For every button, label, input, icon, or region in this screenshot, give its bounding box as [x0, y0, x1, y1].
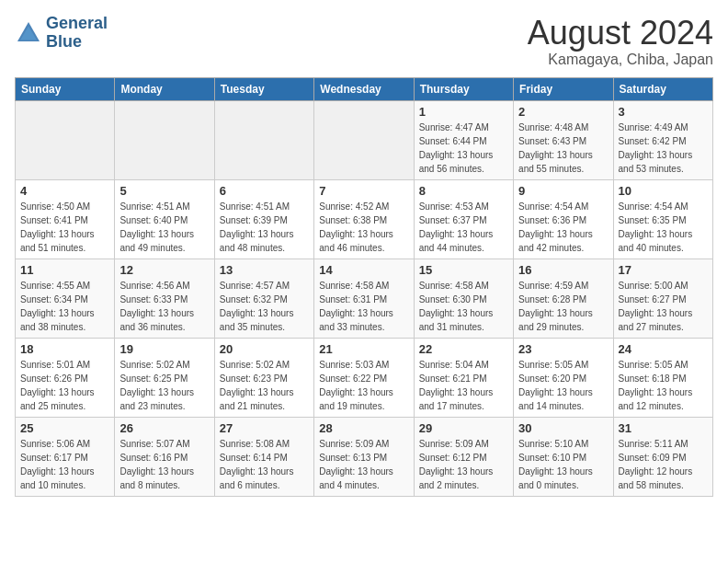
day-number: 24 — [619, 342, 708, 356]
day-info: Sunrise: 5:09 AM Sunset: 6:12 PM Dayligh… — [419, 437, 508, 492]
day-info: Sunrise: 4:51 AM Sunset: 6:39 PM Dayligh… — [220, 200, 309, 255]
day-number: 1 — [419, 105, 508, 119]
day-info: Sunrise: 5:07 AM Sunset: 6:16 PM Dayligh… — [119, 437, 209, 492]
calendar-cell: 9Sunrise: 4:54 AM Sunset: 6:36 PM Daylig… — [514, 179, 613, 259]
day-number: 17 — [619, 263, 708, 277]
day-info: Sunrise: 5:02 AM Sunset: 6:25 PM Dayligh… — [119, 358, 209, 413]
day-number: 6 — [220, 184, 309, 198]
day-info: Sunrise: 4:48 AM Sunset: 6:43 PM Dayligh… — [518, 121, 608, 176]
day-info: Sunrise: 4:51 AM Sunset: 6:40 PM Dayligh… — [119, 200, 209, 255]
day-number: 4 — [20, 184, 109, 198]
calendar-cell: 16Sunrise: 4:59 AM Sunset: 6:28 PM Dayli… — [514, 259, 613, 338]
day-info: Sunrise: 5:06 AM Sunset: 6:17 PM Dayligh… — [20, 437, 109, 492]
day-number: 3 — [619, 105, 708, 119]
calendar-cell — [314, 100, 414, 179]
day-info: Sunrise: 4:53 AM Sunset: 6:37 PM Dayligh… — [419, 200, 508, 255]
day-info: Sunrise: 4:56 AM Sunset: 6:33 PM Dayligh… — [119, 279, 209, 334]
day-number: 15 — [419, 263, 508, 277]
day-info: Sunrise: 4:54 AM Sunset: 6:36 PM Dayligh… — [518, 200, 608, 255]
day-number: 21 — [319, 342, 408, 356]
day-info: Sunrise: 5:10 AM Sunset: 6:10 PM Dayligh… — [518, 437, 608, 492]
calendar-cell: 29Sunrise: 5:09 AM Sunset: 6:12 PM Dayli… — [414, 417, 513, 496]
day-info: Sunrise: 4:52 AM Sunset: 6:38 PM Dayligh… — [319, 200, 408, 255]
day-info: Sunrise: 4:58 AM Sunset: 6:30 PM Dayligh… — [419, 279, 508, 334]
title-block: August 2024 Kamagaya, Chiba, Japan — [528, 15, 713, 68]
day-info: Sunrise: 5:02 AM Sunset: 6:23 PM Dayligh… — [220, 358, 309, 413]
weekday-saturday: Saturday — [613, 77, 712, 100]
day-number: 28 — [319, 421, 408, 435]
weekday-tuesday: Tuesday — [214, 77, 313, 100]
day-number: 22 — [419, 342, 508, 356]
weekday-monday: Monday — [115, 77, 214, 100]
day-info: Sunrise: 5:01 AM Sunset: 6:26 PM Dayligh… — [20, 358, 109, 413]
calendar-cell — [16, 100, 115, 179]
day-number: 2 — [518, 105, 608, 119]
day-info: Sunrise: 5:00 AM Sunset: 6:27 PM Dayligh… — [619, 279, 708, 334]
day-info: Sunrise: 5:04 AM Sunset: 6:21 PM Dayligh… — [419, 358, 508, 413]
calendar-week-4: 18Sunrise: 5:01 AM Sunset: 6:26 PM Dayli… — [16, 338, 713, 417]
day-number: 11 — [20, 263, 109, 277]
day-number: 19 — [119, 342, 209, 356]
logo-text: General Blue — [46, 15, 108, 52]
weekday-friday: Friday — [514, 77, 613, 100]
day-number: 5 — [119, 184, 209, 198]
day-number: 23 — [518, 342, 608, 356]
day-info: Sunrise: 5:11 AM Sunset: 6:09 PM Dayligh… — [619, 437, 708, 492]
calendar-cell: 30Sunrise: 5:10 AM Sunset: 6:10 PM Dayli… — [514, 417, 613, 496]
weekday-sunday: Sunday — [16, 77, 115, 100]
day-number: 9 — [518, 184, 608, 198]
day-number: 8 — [419, 184, 508, 198]
calendar-week-1: 1Sunrise: 4:47 AM Sunset: 6:44 PM Daylig… — [16, 100, 713, 179]
calendar-week-5: 25Sunrise: 5:06 AM Sunset: 6:17 PM Dayli… — [16, 417, 713, 496]
day-number: 20 — [220, 342, 309, 356]
calendar-header: SundayMondayTuesdayWednesdayThursdayFrid… — [16, 77, 713, 100]
calendar-week-3: 11Sunrise: 4:55 AM Sunset: 6:34 PM Dayli… — [16, 259, 713, 338]
calendar-cell: 4Sunrise: 4:50 AM Sunset: 6:41 PM Daylig… — [16, 179, 115, 259]
day-number: 16 — [518, 263, 608, 277]
calendar-cell: 3Sunrise: 4:49 AM Sunset: 6:42 PM Daylig… — [613, 100, 712, 179]
calendar-cell: 2Sunrise: 4:48 AM Sunset: 6:43 PM Daylig… — [514, 100, 613, 179]
calendar-cell: 13Sunrise: 4:57 AM Sunset: 6:32 PM Dayli… — [214, 259, 313, 338]
calendar-cell: 5Sunrise: 4:51 AM Sunset: 6:40 PM Daylig… — [115, 179, 214, 259]
weekday-header-row: SundayMondayTuesdayWednesdayThursdayFrid… — [16, 77, 713, 100]
day-number: 14 — [319, 263, 408, 277]
calendar-cell: 12Sunrise: 4:56 AM Sunset: 6:33 PM Dayli… — [115, 259, 214, 338]
day-number: 12 — [119, 263, 209, 277]
calendar-cell: 25Sunrise: 5:06 AM Sunset: 6:17 PM Dayli… — [16, 417, 115, 496]
day-number: 10 — [619, 184, 708, 198]
calendar-cell: 17Sunrise: 5:00 AM Sunset: 6:27 PM Dayli… — [613, 259, 712, 338]
day-info: Sunrise: 5:03 AM Sunset: 6:22 PM Dayligh… — [319, 358, 408, 413]
calendar-cell: 8Sunrise: 4:53 AM Sunset: 6:37 PM Daylig… — [414, 179, 513, 259]
calendar-cell: 28Sunrise: 5:09 AM Sunset: 6:13 PM Dayli… — [314, 417, 414, 496]
calendar-cell: 21Sunrise: 5:03 AM Sunset: 6:22 PM Dayli… — [314, 338, 414, 417]
location-subtitle: Kamagaya, Chiba, Japan — [528, 52, 713, 68]
calendar-cell: 1Sunrise: 4:47 AM Sunset: 6:44 PM Daylig… — [414, 100, 513, 179]
calendar-week-2: 4Sunrise: 4:50 AM Sunset: 6:41 PM Daylig… — [16, 179, 713, 259]
day-number: 25 — [20, 421, 109, 435]
calendar-cell: 18Sunrise: 5:01 AM Sunset: 6:26 PM Dayli… — [16, 338, 115, 417]
day-number: 31 — [619, 421, 708, 435]
day-number: 27 — [220, 421, 309, 435]
day-info: Sunrise: 5:05 AM Sunset: 6:18 PM Dayligh… — [619, 358, 708, 413]
day-info: Sunrise: 4:59 AM Sunset: 6:28 PM Dayligh… — [518, 279, 608, 334]
calendar-cell: 20Sunrise: 5:02 AM Sunset: 6:23 PM Dayli… — [214, 338, 313, 417]
calendar-cell: 14Sunrise: 4:58 AM Sunset: 6:31 PM Dayli… — [314, 259, 414, 338]
logo-icon — [15, 19, 42, 47]
calendar-cell: 26Sunrise: 5:07 AM Sunset: 6:16 PM Dayli… — [115, 417, 214, 496]
day-info: Sunrise: 4:58 AM Sunset: 6:31 PM Dayligh… — [319, 279, 408, 334]
calendar-cell: 31Sunrise: 5:11 AM Sunset: 6:09 PM Dayli… — [613, 417, 712, 496]
calendar-cell: 22Sunrise: 5:04 AM Sunset: 6:21 PM Dayli… — [414, 338, 513, 417]
calendar-cell: 23Sunrise: 5:05 AM Sunset: 6:20 PM Dayli… — [514, 338, 613, 417]
day-number: 26 — [119, 421, 209, 435]
calendar-cell: 24Sunrise: 5:05 AM Sunset: 6:18 PM Dayli… — [613, 338, 712, 417]
calendar-cell: 7Sunrise: 4:52 AM Sunset: 6:38 PM Daylig… — [314, 179, 414, 259]
day-info: Sunrise: 5:08 AM Sunset: 6:14 PM Dayligh… — [220, 437, 309, 492]
calendar-cell: 19Sunrise: 5:02 AM Sunset: 6:25 PM Dayli… — [115, 338, 214, 417]
day-info: Sunrise: 5:05 AM Sunset: 6:20 PM Dayligh… — [518, 358, 608, 413]
weekday-wednesday: Wednesday — [314, 77, 414, 100]
day-number: 30 — [518, 421, 608, 435]
weekday-thursday: Thursday — [414, 77, 513, 100]
page-header: General Blue August 2024 Kamagaya, Chiba… — [15, 15, 713, 68]
logo: General Blue — [15, 15, 108, 52]
day-number: 7 — [319, 184, 408, 198]
